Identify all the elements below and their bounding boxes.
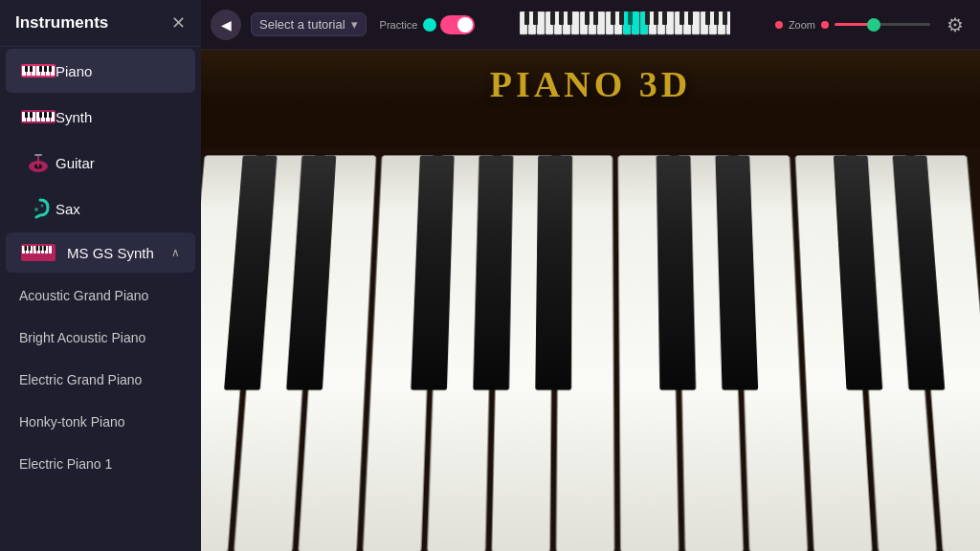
svg-rect-78 <box>611 11 615 25</box>
svg-rect-83 <box>662 11 667 25</box>
mini-keyboard <box>484 8 766 42</box>
mini-keyboard-svg <box>520 11 730 38</box>
svg-rect-76 <box>585 11 590 25</box>
settings-button[interactable]: ⚙ <box>940 10 970 40</box>
svg-rect-25 <box>49 112 52 118</box>
sub-item-honky-tonk-piano[interactable]: Honky-tonk Piano <box>0 401 201 443</box>
close-button[interactable]: ✕ <box>171 14 186 32</box>
sidebar-scroll[interactable]: Piano Synth <box>0 47 201 551</box>
svg-rect-79 <box>619 11 624 25</box>
sidebar-title: Instruments <box>15 13 108 33</box>
sub-item-electric-grand-piano[interactable]: Electric Grand Piano <box>0 359 201 401</box>
toggle-dot-indicator <box>423 18 436 32</box>
svg-rect-81 <box>645 11 650 25</box>
svg-rect-63 <box>666 11 674 34</box>
sidebar-item-ms-gs-label: MS GS Synth <box>67 245 154 261</box>
sidebar-item-piano-label: Piano <box>56 63 92 79</box>
zoom-section: Zoom <box>775 19 930 31</box>
sidebar-header: Instruments ✕ <box>0 0 201 47</box>
svg-rect-85 <box>688 11 693 25</box>
svg-rect-9 <box>30 66 33 72</box>
ms-gs-sub-items: Acoustic Grand Piano Bright Acoustic Pia… <box>0 275 201 485</box>
sax-icon <box>21 198 56 219</box>
svg-rect-43 <box>36 246 39 251</box>
svg-rect-10 <box>39 66 42 72</box>
piano-keys-svg <box>201 148 980 551</box>
sidebar-item-piano[interactable]: Piano <box>6 49 195 93</box>
practice-toggle[interactable] <box>440 15 475 34</box>
svg-rect-8 <box>25 66 28 72</box>
svg-rect-45 <box>44 246 47 251</box>
tutorial-label: Select a tutorial <box>259 17 345 32</box>
sidebar-item-ms-gs-synth[interactable]: MS GS Synth ∧ <box>6 232 195 273</box>
svg-point-31 <box>41 205 44 208</box>
svg-point-30 <box>34 208 38 211</box>
svg-rect-80 <box>628 11 633 25</box>
zoom-label: Zoom <box>789 19 815 31</box>
svg-rect-42 <box>29 246 32 251</box>
main-area: ◀ Select a tutorial ▾ Practice <box>201 0 980 551</box>
svg-rect-12 <box>49 66 52 72</box>
svg-rect-40 <box>49 246 52 253</box>
svg-rect-48 <box>537 11 545 34</box>
svg-rect-21 <box>25 112 28 118</box>
svg-rect-11 <box>44 66 47 72</box>
svg-rect-52 <box>571 11 579 34</box>
practice-section: Practice <box>380 15 476 34</box>
svg-rect-29 <box>34 154 42 156</box>
svg-rect-71 <box>524 11 529 25</box>
sidebar-item-synth-label: Synth <box>56 109 92 125</box>
sub-item-electric-piano-1[interactable]: Electric Piano 1 <box>0 443 201 485</box>
svg-rect-73 <box>550 11 555 25</box>
svg-rect-72 <box>533 11 538 25</box>
sub-item-acoustic-grand-piano[interactable]: Acoustic Grand Piano <box>0 275 201 317</box>
piano-icon <box>21 60 56 81</box>
svg-rect-87 <box>714 11 719 25</box>
chevron-up-icon: ∧ <box>171 246 180 259</box>
ms-gs-synth-icon <box>21 242 56 263</box>
sidebar-item-guitar-label: Guitar <box>56 155 95 171</box>
guitar-icon <box>21 152 56 173</box>
svg-rect-84 <box>679 11 684 25</box>
practice-toggle-container <box>423 15 475 34</box>
svg-rect-75 <box>568 11 572 25</box>
sidebar-item-sax[interactable]: Sax <box>6 187 195 231</box>
svg-rect-86 <box>705 11 710 25</box>
sidebar-item-synth[interactable]: Synth <box>6 95 195 139</box>
sidebar-item-sax-label: Sax <box>56 201 80 217</box>
sidebar: Instruments ✕ Piano <box>0 0 201 551</box>
svg-rect-66 <box>692 11 700 34</box>
svg-rect-88 <box>723 11 727 25</box>
svg-rect-107 <box>535 155 572 389</box>
piano-area: PIANO 3D <box>201 50 980 551</box>
zoom-dot-left <box>775 21 783 29</box>
svg-rect-77 <box>593 11 598 25</box>
svg-rect-55 <box>597 11 605 34</box>
settings-icon: ⚙ <box>947 13 964 36</box>
zoom-dot-right <box>821 21 829 29</box>
piano-title: PIANO 3D <box>490 63 691 105</box>
svg-rect-108 <box>657 155 696 389</box>
svg-rect-44 <box>40 246 43 251</box>
synth-icon <box>21 106 56 127</box>
dropdown-arrow-icon: ▾ <box>351 17 358 32</box>
zoom-slider[interactable] <box>835 23 930 26</box>
back-button[interactable]: ◀ <box>211 10 241 40</box>
sidebar-item-guitar[interactable]: Guitar <box>6 141 195 185</box>
svg-rect-106 <box>473 155 513 389</box>
practice-label: Practice <box>380 19 418 31</box>
topbar: ◀ Select a tutorial ▾ Practice <box>201 0 980 50</box>
select-tutorial-dropdown[interactable]: Select a tutorial ▾ <box>251 12 367 36</box>
svg-rect-82 <box>654 11 658 25</box>
sub-item-bright-acoustic-piano[interactable]: Bright Acoustic Piano <box>0 317 201 359</box>
svg-rect-41 <box>25 246 28 251</box>
svg-rect-23 <box>39 112 42 118</box>
svg-rect-24 <box>44 112 47 118</box>
svg-rect-74 <box>559 11 564 25</box>
svg-rect-59 <box>632 11 639 34</box>
piano-3d-view <box>201 148 980 551</box>
svg-rect-22 <box>30 112 33 118</box>
svg-rect-28 <box>37 154 39 167</box>
